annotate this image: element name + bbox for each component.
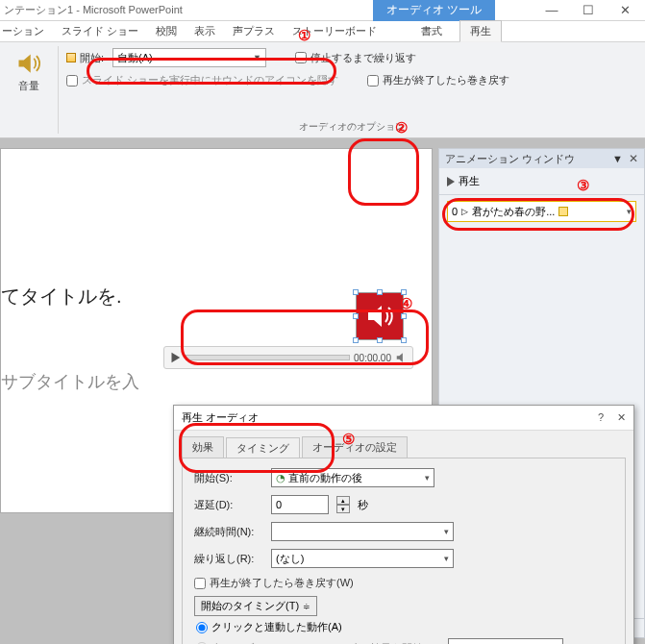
slide-title-placeholder[interactable]: てタイトルを. — [1, 284, 122, 310]
chevron-up-icon: ≑ — [303, 602, 310, 611]
tab-playback[interactable]: 再生 — [459, 20, 502, 42]
content-area: てタイトルを. サブタイトルを入 00:00.00 アニメーション ウィンドウ … — [0, 138, 645, 644]
tab-format[interactable]: 書式 — [421, 24, 442, 38]
dialog-delay-label: 遅延(D): — [194, 498, 263, 512]
animation-bar — [558, 207, 568, 216]
delay-spinner[interactable]: ▴▾ — [336, 496, 350, 513]
play-audio-dialog: 再生 オーディオ ? ✕ 効果 タイミング オーディオの設定 開始(S): ◔ … — [173, 405, 634, 644]
minimize-button[interactable]: — — [533, 1, 570, 20]
tab-audio-settings[interactable]: オーディオの設定 — [302, 436, 408, 458]
dialog-start-select[interactable]: ◔ 直前の動作の後 ▾ — [271, 468, 434, 487]
pane-menu-icon[interactable]: ▼ ✕ — [612, 152, 638, 165]
volume-button[interactable]: 音量 — [0, 42, 58, 137]
tab-storyboard[interactable]: ストーリーボード — [292, 24, 377, 38]
loop-checkbox[interactable]: 停止するまで繰り返す — [295, 48, 416, 67]
start-value: 自動(A) — [117, 51, 153, 65]
chevron-down-icon: ▼ — [253, 53, 261, 62]
speaker-icon — [15, 50, 42, 77]
chevron-down-icon: ▾ — [444, 554, 449, 563]
ribbon-tabs: ーション スライド ショー 校閲 表示 声プラス ストーリーボード 書式 再生 — [0, 21, 645, 42]
dialog-help-button[interactable]: ? — [598, 411, 604, 424]
animation-item[interactable]: 0 ▷ 君がため春の野... ▾ — [447, 201, 636, 222]
play-icon[interactable] — [168, 351, 182, 364]
title-bar: ンテーション1 - Microsoft PowerPoint オーディオ ツール… — [0, 0, 645, 21]
pane-close-icon[interactable]: ✕ — [629, 152, 638, 165]
dialog-rewind-checkbox[interactable]: 再生が終了したら巻き戻す(W) — [194, 576, 613, 590]
radio-object-click[interactable]: 次のオブジェクトのクリック時に効果を開始(C): ▾ — [196, 638, 613, 644]
object-click-select: ▾ — [448, 638, 563, 644]
audio-object[interactable] — [356, 292, 404, 340]
tab-animation[interactable]: ーション — [2, 24, 44, 38]
tab-effect[interactable]: 効果 — [182, 436, 224, 458]
radio-click-sync[interactable]: クリックと連動した動作(A) — [196, 620, 613, 634]
animation-play-button[interactable]: 再生 — [439, 168, 644, 195]
volume-label: 音量 — [18, 79, 39, 93]
dialog-start-value: 直前の動作の後 — [288, 472, 362, 483]
dialog-title: 再生 オーディオ — [182, 410, 259, 425]
dialog-start-label: 開始(S): — [194, 471, 263, 485]
dialog-duration-select[interactable]: ▾ — [271, 522, 454, 541]
speaker-icon — [364, 301, 395, 332]
start-label: 開始: — [66, 51, 105, 65]
audio-player[interactable]: 00:00.00 — [163, 346, 413, 369]
player-time: 00:00.00 — [354, 353, 391, 363]
ribbon: 音量 開始: 自動(A) ▼ 停止するまで繰り返す スライド ショーを実行中にサ… — [0, 42, 645, 138]
dialog-delay-input[interactable]: 0 — [271, 495, 329, 514]
dialog-repeat-label: 繰り返し(R): — [194, 552, 263, 566]
animation-item-index: 0 — [452, 206, 458, 217]
tab-slideshow[interactable]: スライド ショー — [62, 24, 138, 38]
start-timing-toggle[interactable]: 開始のタイミング(T)≑ — [194, 596, 317, 616]
maximize-button[interactable]: ☐ — [570, 1, 607, 20]
start-icon — [66, 53, 76, 62]
seek-track[interactable] — [186, 355, 350, 360]
dialog-close-button[interactable]: ✕ — [617, 411, 626, 424]
close-button[interactable]: ✕ — [607, 1, 643, 20]
start-row: 開始: 自動(A) ▼ — [66, 48, 266, 67]
contextual-tab-audio-tools: オーディオ ツール — [373, 0, 495, 21]
tab-voice-plus[interactable]: 声プラス — [233, 24, 275, 38]
animation-play-label: 再生 — [459, 174, 480, 188]
chevron-down-icon[interactable]: ▾ — [627, 207, 632, 216]
chevron-down-icon: ▾ — [425, 473, 430, 483]
tab-timing[interactable]: タイミング — [226, 437, 300, 458]
dialog-duration-label: 継続時間(N): — [194, 525, 263, 539]
volume-icon[interactable] — [395, 351, 409, 364]
hide-icon-checkbox[interactable]: スライド ショーを実行中にサウンドのアイコンを隠す — [66, 73, 338, 87]
dialog-repeat-select[interactable]: (なし)▾ — [271, 549, 454, 568]
dialog-tabs: 効果 タイミング オーディオの設定 — [174, 431, 633, 458]
play-icon: ▷ — [461, 207, 468, 216]
animation-pane-title: アニメーション ウィンドウ — [445, 152, 575, 166]
seconds-label: 秒 — [358, 498, 368, 512]
ribbon-group-caption: オーディオのオプション — [66, 120, 637, 136]
start-dropdown[interactable]: 自動(A) ▼ — [112, 48, 266, 67]
slide-subtitle-placeholder[interactable]: サブタイトルを入 — [1, 370, 139, 393]
tab-review[interactable]: 校閲 — [156, 24, 177, 38]
animation-item-label: 君がため春の野... — [472, 205, 555, 219]
tab-view[interactable]: 表示 — [194, 24, 215, 38]
rewind-checkbox[interactable]: 再生が終了したら巻き戻す — [367, 73, 509, 87]
chevron-down-icon: ▾ — [444, 527, 449, 536]
play-icon — [447, 177, 455, 186]
window-title: ンテーション1 - Microsoft PowerPoint — [2, 3, 183, 17]
